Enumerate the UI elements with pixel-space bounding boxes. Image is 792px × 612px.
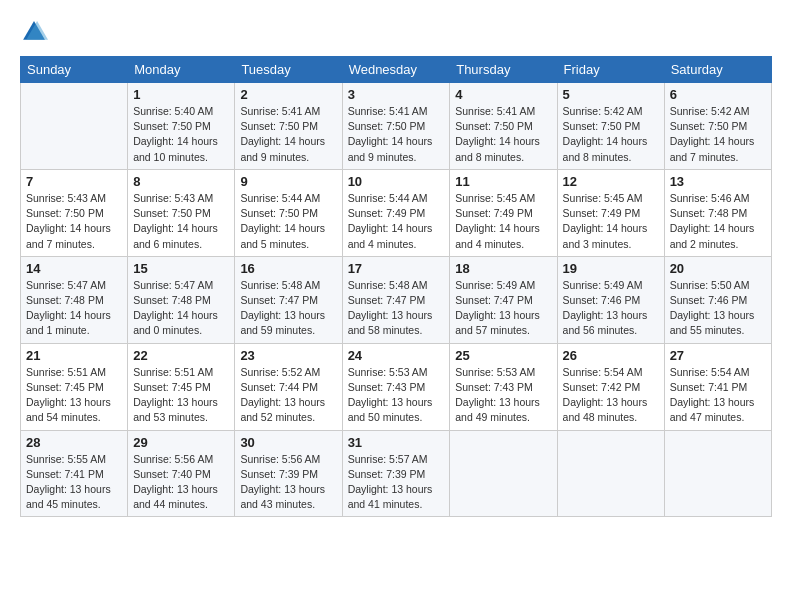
day-number: 25: [455, 348, 551, 363]
day-number: 5: [563, 87, 659, 102]
calendar-week-2: 7Sunrise: 5:43 AMSunset: 7:50 PMDaylight…: [21, 169, 772, 256]
day-number: 20: [670, 261, 766, 276]
day-number: 6: [670, 87, 766, 102]
calendar-cell: [21, 83, 128, 170]
day-number: 16: [240, 261, 336, 276]
calendar-cell: 13Sunrise: 5:46 AMSunset: 7:48 PMDayligh…: [664, 169, 771, 256]
day-number: 21: [26, 348, 122, 363]
calendar-week-3: 14Sunrise: 5:47 AMSunset: 7:48 PMDayligh…: [21, 256, 772, 343]
calendar-cell: 12Sunrise: 5:45 AMSunset: 7:49 PMDayligh…: [557, 169, 664, 256]
calendar-cell: 27Sunrise: 5:54 AMSunset: 7:41 PMDayligh…: [664, 343, 771, 430]
calendar-cell: 1Sunrise: 5:40 AMSunset: 7:50 PMDaylight…: [128, 83, 235, 170]
calendar-cell: 29Sunrise: 5:56 AMSunset: 7:40 PMDayligh…: [128, 430, 235, 517]
calendar-cell: 5Sunrise: 5:42 AMSunset: 7:50 PMDaylight…: [557, 83, 664, 170]
day-info: Sunrise: 5:41 AMSunset: 7:50 PMDaylight:…: [455, 104, 551, 165]
day-info: Sunrise: 5:43 AMSunset: 7:50 PMDaylight:…: [133, 191, 229, 252]
day-info: Sunrise: 5:47 AMSunset: 7:48 PMDaylight:…: [133, 278, 229, 339]
calendar-cell: 14Sunrise: 5:47 AMSunset: 7:48 PMDayligh…: [21, 256, 128, 343]
day-number: 28: [26, 435, 122, 450]
logo: [20, 18, 52, 46]
day-number: 27: [670, 348, 766, 363]
day-number: 7: [26, 174, 122, 189]
day-info: Sunrise: 5:54 AMSunset: 7:41 PMDaylight:…: [670, 365, 766, 426]
calendar-cell: 10Sunrise: 5:44 AMSunset: 7:49 PMDayligh…: [342, 169, 450, 256]
day-info: Sunrise: 5:56 AMSunset: 7:40 PMDaylight:…: [133, 452, 229, 513]
calendar-cell: 16Sunrise: 5:48 AMSunset: 7:47 PMDayligh…: [235, 256, 342, 343]
calendar-cell: 23Sunrise: 5:52 AMSunset: 7:44 PMDayligh…: [235, 343, 342, 430]
calendar-cell: 25Sunrise: 5:53 AMSunset: 7:43 PMDayligh…: [450, 343, 557, 430]
calendar-cell: 21Sunrise: 5:51 AMSunset: 7:45 PMDayligh…: [21, 343, 128, 430]
calendar-cell: 3Sunrise: 5:41 AMSunset: 7:50 PMDaylight…: [342, 83, 450, 170]
calendar-cell: 28Sunrise: 5:55 AMSunset: 7:41 PMDayligh…: [21, 430, 128, 517]
day-number: 17: [348, 261, 445, 276]
main-container: SundayMondayTuesdayWednesdayThursdayFrid…: [0, 0, 792, 529]
day-info: Sunrise: 5:41 AMSunset: 7:50 PMDaylight:…: [240, 104, 336, 165]
day-number: 29: [133, 435, 229, 450]
day-number: 26: [563, 348, 659, 363]
day-info: Sunrise: 5:40 AMSunset: 7:50 PMDaylight:…: [133, 104, 229, 165]
day-info: Sunrise: 5:48 AMSunset: 7:47 PMDaylight:…: [348, 278, 445, 339]
day-number: 22: [133, 348, 229, 363]
day-info: Sunrise: 5:44 AMSunset: 7:50 PMDaylight:…: [240, 191, 336, 252]
calendar-cell: 24Sunrise: 5:53 AMSunset: 7:43 PMDayligh…: [342, 343, 450, 430]
day-info: Sunrise: 5:45 AMSunset: 7:49 PMDaylight:…: [455, 191, 551, 252]
calendar-cell: 11Sunrise: 5:45 AMSunset: 7:49 PMDayligh…: [450, 169, 557, 256]
calendar-cell: 9Sunrise: 5:44 AMSunset: 7:50 PMDaylight…: [235, 169, 342, 256]
day-number: 30: [240, 435, 336, 450]
dow-header-thursday: Thursday: [450, 57, 557, 83]
calendar-cell: [664, 430, 771, 517]
calendar-cell: 26Sunrise: 5:54 AMSunset: 7:42 PMDayligh…: [557, 343, 664, 430]
day-number: 10: [348, 174, 445, 189]
calendar-week-1: 1Sunrise: 5:40 AMSunset: 7:50 PMDaylight…: [21, 83, 772, 170]
calendar-cell: 7Sunrise: 5:43 AMSunset: 7:50 PMDaylight…: [21, 169, 128, 256]
day-info: Sunrise: 5:51 AMSunset: 7:45 PMDaylight:…: [133, 365, 229, 426]
day-info: Sunrise: 5:41 AMSunset: 7:50 PMDaylight:…: [348, 104, 445, 165]
calendar-cell: 20Sunrise: 5:50 AMSunset: 7:46 PMDayligh…: [664, 256, 771, 343]
day-number: 8: [133, 174, 229, 189]
calendar-cell: 22Sunrise: 5:51 AMSunset: 7:45 PMDayligh…: [128, 343, 235, 430]
day-number: 2: [240, 87, 336, 102]
day-info: Sunrise: 5:55 AMSunset: 7:41 PMDaylight:…: [26, 452, 122, 513]
header: [20, 18, 772, 46]
calendar-header: SundayMondayTuesdayWednesdayThursdayFrid…: [21, 57, 772, 83]
dow-header-saturday: Saturday: [664, 57, 771, 83]
day-number: 3: [348, 87, 445, 102]
logo-icon: [20, 18, 48, 46]
dow-header-friday: Friday: [557, 57, 664, 83]
day-number: 11: [455, 174, 551, 189]
day-info: Sunrise: 5:47 AMSunset: 7:48 PMDaylight:…: [26, 278, 122, 339]
day-info: Sunrise: 5:45 AMSunset: 7:49 PMDaylight:…: [563, 191, 659, 252]
day-number: 1: [133, 87, 229, 102]
day-number: 12: [563, 174, 659, 189]
day-info: Sunrise: 5:42 AMSunset: 7:50 PMDaylight:…: [563, 104, 659, 165]
day-info: Sunrise: 5:51 AMSunset: 7:45 PMDaylight:…: [26, 365, 122, 426]
day-info: Sunrise: 5:53 AMSunset: 7:43 PMDaylight:…: [348, 365, 445, 426]
dow-header-wednesday: Wednesday: [342, 57, 450, 83]
calendar-cell: 6Sunrise: 5:42 AMSunset: 7:50 PMDaylight…: [664, 83, 771, 170]
calendar-week-4: 21Sunrise: 5:51 AMSunset: 7:45 PMDayligh…: [21, 343, 772, 430]
day-number: 18: [455, 261, 551, 276]
calendar-cell: 4Sunrise: 5:41 AMSunset: 7:50 PMDaylight…: [450, 83, 557, 170]
day-info: Sunrise: 5:57 AMSunset: 7:39 PMDaylight:…: [348, 452, 445, 513]
day-number: 31: [348, 435, 445, 450]
day-info: Sunrise: 5:56 AMSunset: 7:39 PMDaylight:…: [240, 452, 336, 513]
day-info: Sunrise: 5:49 AMSunset: 7:46 PMDaylight:…: [563, 278, 659, 339]
calendar-cell: 31Sunrise: 5:57 AMSunset: 7:39 PMDayligh…: [342, 430, 450, 517]
day-number: 19: [563, 261, 659, 276]
calendar-cell: 8Sunrise: 5:43 AMSunset: 7:50 PMDaylight…: [128, 169, 235, 256]
calendar-week-5: 28Sunrise: 5:55 AMSunset: 7:41 PMDayligh…: [21, 430, 772, 517]
day-info: Sunrise: 5:49 AMSunset: 7:47 PMDaylight:…: [455, 278, 551, 339]
day-info: Sunrise: 5:44 AMSunset: 7:49 PMDaylight:…: [348, 191, 445, 252]
calendar-table: SundayMondayTuesdayWednesdayThursdayFrid…: [20, 56, 772, 517]
calendar-cell: 15Sunrise: 5:47 AMSunset: 7:48 PMDayligh…: [128, 256, 235, 343]
calendar-cell: 17Sunrise: 5:48 AMSunset: 7:47 PMDayligh…: [342, 256, 450, 343]
day-info: Sunrise: 5:53 AMSunset: 7:43 PMDaylight:…: [455, 365, 551, 426]
day-info: Sunrise: 5:43 AMSunset: 7:50 PMDaylight:…: [26, 191, 122, 252]
dow-header-sunday: Sunday: [21, 57, 128, 83]
day-number: 24: [348, 348, 445, 363]
day-number: 4: [455, 87, 551, 102]
day-info: Sunrise: 5:52 AMSunset: 7:44 PMDaylight:…: [240, 365, 336, 426]
day-info: Sunrise: 5:54 AMSunset: 7:42 PMDaylight:…: [563, 365, 659, 426]
calendar-cell: 18Sunrise: 5:49 AMSunset: 7:47 PMDayligh…: [450, 256, 557, 343]
day-info: Sunrise: 5:42 AMSunset: 7:50 PMDaylight:…: [670, 104, 766, 165]
